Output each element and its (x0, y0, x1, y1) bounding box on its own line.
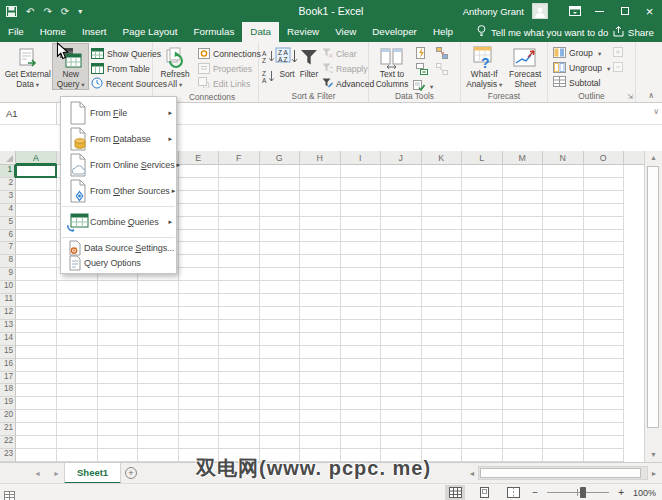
cell-E7[interactable] (179, 242, 220, 255)
row-header-20[interactable]: 20 (0, 410, 16, 423)
cell-L14[interactable] (462, 333, 503, 346)
cell-N12[interactable] (543, 307, 584, 320)
cell-D21[interactable] (138, 423, 179, 436)
menu-item-from-online-services[interactable]: From Online Services ▸ (61, 152, 176, 178)
show-queries-button[interactable]: Show Queries (88, 47, 150, 62)
row-header-6[interactable]: 6 (0, 230, 16, 243)
cell-F15[interactable] (219, 346, 260, 359)
cell-O10[interactable] (584, 281, 625, 294)
cell-M2[interactable] (503, 178, 544, 191)
cell-F8[interactable] (219, 255, 260, 268)
cell-F11[interactable] (219, 294, 260, 307)
cell-D15[interactable] (138, 346, 179, 359)
cell-D14[interactable] (138, 333, 179, 346)
cell-K7[interactable] (422, 242, 463, 255)
select-all-corner[interactable] (0, 151, 16, 165)
column-header-L[interactable]: L (462, 151, 503, 165)
cell-A7[interactable] (16, 242, 57, 255)
cell-O23[interactable] (584, 449, 625, 462)
cell-D17[interactable] (138, 372, 179, 385)
from-table-button[interactable]: From Table (88, 62, 150, 77)
cell-F22[interactable] (219, 436, 260, 449)
cell-M17[interactable] (503, 372, 544, 385)
cell-J18[interactable] (381, 384, 422, 397)
cell-C21[interactable] (98, 423, 139, 436)
cell-J20[interactable] (381, 410, 422, 423)
cell-H14[interactable] (300, 333, 341, 346)
cell-L11[interactable] (462, 294, 503, 307)
row-header-8[interactable]: 8 (0, 255, 16, 268)
cell-E13[interactable] (179, 320, 220, 333)
sort-button[interactable]: ZAAZ Sort (275, 44, 299, 80)
cell-J12[interactable] (381, 307, 422, 320)
cell-N13[interactable] (543, 320, 584, 333)
row-header-5[interactable]: 5 (0, 217, 16, 230)
redo-icon[interactable]: ↷ (43, 6, 51, 17)
cell-J5[interactable] (381, 217, 422, 230)
cell-L1[interactable] (462, 165, 503, 178)
cell-H15[interactable] (300, 346, 341, 359)
scroll-left-icon[interactable]: ◄ (466, 470, 478, 477)
cell-N14[interactable] (543, 333, 584, 346)
cell-E17[interactable] (179, 372, 220, 385)
cell-K8[interactable] (422, 255, 463, 268)
cell-B11[interactable] (57, 294, 98, 307)
cell-H6[interactable] (300, 230, 341, 243)
vertical-scrollbar[interactable]: ▲ ▼ (644, 151, 662, 462)
cell-F1[interactable] (219, 165, 260, 178)
minimize-button[interactable] (587, 0, 612, 22)
cell-L9[interactable] (462, 268, 503, 281)
cell-L8[interactable] (462, 255, 503, 268)
cell-O2[interactable] (584, 178, 625, 191)
customize-quick-access-icon[interactable]: ▾ (78, 7, 82, 16)
page-break-preview-button[interactable] (503, 485, 523, 500)
cell-A5[interactable] (16, 217, 57, 230)
cell-E19[interactable] (179, 397, 220, 410)
sheet-nav-left-icon[interactable]: ◄ (34, 470, 41, 477)
cell-L15[interactable] (462, 346, 503, 359)
outline-dialog-launcher-icon[interactable]: ⇲ (627, 93, 633, 101)
cell-J11[interactable] (381, 294, 422, 307)
advanced-filter-button[interactable]: Advanced (319, 77, 369, 92)
forecast-sheet-button[interactable]: ForecastSheet (505, 44, 545, 89)
cell-J2[interactable] (381, 178, 422, 191)
cell-L16[interactable] (462, 359, 503, 372)
cell-K11[interactable] (422, 294, 463, 307)
cell-J7[interactable] (381, 242, 422, 255)
cell-A9[interactable] (16, 268, 57, 281)
cell-M10[interactable] (503, 281, 544, 294)
horizontal-scroll-thumb[interactable] (480, 468, 641, 478)
cell-E9[interactable] (179, 268, 220, 281)
close-button[interactable]: × (637, 0, 662, 22)
cell-I21[interactable] (341, 423, 382, 436)
cell-H22[interactable] (300, 436, 341, 449)
row-header-10[interactable]: 10 (0, 281, 16, 294)
cell-J19[interactable] (381, 397, 422, 410)
column-header-K[interactable]: K (422, 151, 463, 165)
cell-N19[interactable] (543, 397, 584, 410)
ribbon-display-options-icon[interactable] (562, 0, 587, 22)
column-header-H[interactable]: H (300, 151, 341, 165)
cell-A14[interactable] (16, 333, 57, 346)
tell-me-box[interactable]: Tell me what you want to do (477, 22, 608, 42)
cell-L7[interactable] (462, 242, 503, 255)
cell-D16[interactable] (138, 359, 179, 372)
menu-item-query-options[interactable]: Query Options (61, 255, 176, 270)
cell-L5[interactable] (462, 217, 503, 230)
cell-K22[interactable] (422, 436, 463, 449)
new-query-button[interactable]: NewQuery (53, 44, 88, 89)
cell-G10[interactable] (260, 281, 301, 294)
cell-G7[interactable] (260, 242, 301, 255)
cell-O15[interactable] (584, 346, 625, 359)
cell-O16[interactable] (584, 359, 625, 372)
cell-J9[interactable] (381, 268, 422, 281)
cell-A16[interactable] (16, 359, 57, 372)
cell-K14[interactable] (422, 333, 463, 346)
cell-G16[interactable] (260, 359, 301, 372)
consolidate-button[interactable] (433, 47, 451, 62)
scroll-up-icon[interactable]: ▲ (645, 151, 662, 165)
column-header-J[interactable]: J (381, 151, 422, 165)
cell-A22[interactable] (16, 436, 57, 449)
cell-N10[interactable] (543, 281, 584, 294)
new-sheet-button[interactable]: + (125, 467, 137, 479)
